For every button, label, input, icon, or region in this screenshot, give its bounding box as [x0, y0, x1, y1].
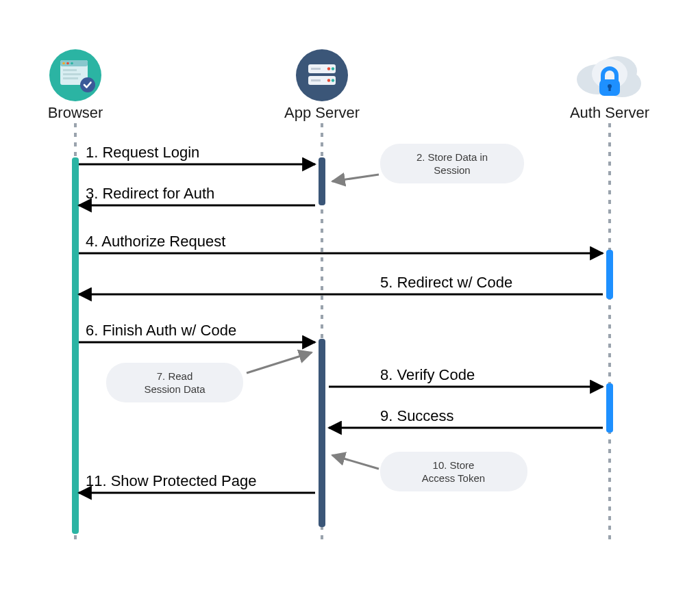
auth-server-icon [577, 56, 641, 97]
auth-activation-2 [606, 383, 613, 433]
svg-point-13 [327, 67, 330, 70]
sequence-diagram: Browser App Server Auth Server [0, 0, 685, 616]
msg-1-label: 1. Request Login [86, 144, 199, 161]
svg-rect-18 [311, 79, 321, 81]
msg-5-label: 5. Redirect w/ Code [380, 274, 512, 291]
browser-label: Browser [48, 104, 103, 121]
svg-point-15 [327, 79, 330, 81]
note-7-arrow [247, 352, 312, 373]
browser-activation [72, 157, 79, 534]
app-activation-1 [319, 157, 325, 205]
svg-rect-25 [608, 86, 610, 91]
msg-6-label: 6. Finish Auth w/ Code [86, 322, 236, 339]
note-10-line1: 10. Store [433, 459, 475, 471]
browser-icon [49, 49, 101, 101]
msg-11-label: 11. Show Protected Page [86, 472, 257, 489]
app-server-icon [296, 49, 348, 101]
svg-rect-6 [63, 69, 77, 71]
svg-rect-8 [63, 77, 78, 79]
svg-point-4 [66, 62, 69, 65]
svg-point-10 [296, 49, 348, 101]
note-7-line1: 7. Read [157, 370, 193, 382]
note-10-line2: Access Token [422, 472, 485, 484]
note-2-line1: 2. Store Data in [416, 151, 488, 163]
note-7-line2: Session Data [144, 383, 206, 395]
svg-rect-7 [63, 73, 81, 75]
svg-point-5 [71, 62, 73, 65]
app-server-label: App Server [284, 104, 360, 121]
app-activation-2 [319, 339, 325, 527]
note-2-line2: Session [434, 164, 470, 176]
svg-point-14 [332, 67, 334, 70]
note-2-arrow [332, 175, 379, 181]
svg-point-3 [62, 62, 65, 65]
svg-rect-17 [311, 68, 321, 70]
svg-point-16 [332, 79, 334, 81]
auth-activation-1 [606, 250, 613, 299]
msg-8-label: 8. Verify Code [380, 366, 475, 383]
msg-9-label: 9. Success [380, 407, 454, 424]
msg-3-label: 3. Redirect for Auth [86, 185, 214, 202]
note-10-arrow [332, 455, 379, 469]
msg-4-label: 4. Authorize Request [86, 233, 225, 250]
auth-server-label: Auth Server [570, 104, 649, 121]
